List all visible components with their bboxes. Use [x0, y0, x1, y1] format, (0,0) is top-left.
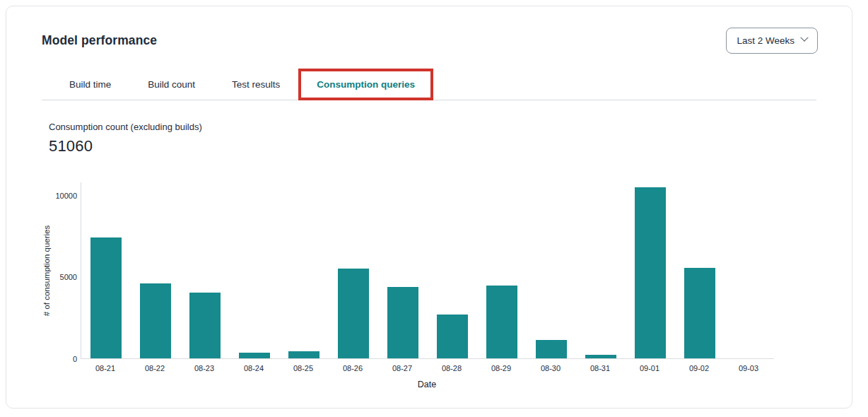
y-tick-label: 5000	[60, 273, 77, 281]
tab-bar: Build time Build count Test results Cons…	[42, 71, 816, 100]
x-tick-label: 08-23	[180, 364, 229, 372]
x-axis-ticks: 08-2108-2208-2308-2408-2508-2608-2708-28…	[81, 364, 773, 372]
model-performance-card: Model performance Last 2 Weeks Build tim…	[6, 6, 852, 409]
metric-label: Consumption count (excluding builds)	[49, 122, 852, 132]
x-tick-label: 08-26	[328, 364, 377, 372]
tab-build-count[interactable]: Build count	[129, 71, 213, 100]
bar-slot	[81, 182, 131, 358]
x-tick-label: 08-24	[229, 364, 278, 372]
y-tick-label: 10000	[55, 192, 77, 200]
tab-label: Build count	[148, 79, 195, 90]
x-tick-label: 08-25	[278, 364, 328, 372]
bar-slot	[477, 182, 527, 358]
bar-08-23[interactable]	[189, 293, 221, 358]
bar-slot	[230, 182, 279, 358]
bar-slot	[180, 182, 230, 358]
date-range-dropdown[interactable]: Last 2 Weeks	[726, 28, 818, 54]
x-tick-label: 08-22	[130, 364, 180, 372]
bar-slot	[527, 182, 576, 358]
bar-08-27[interactable]	[387, 287, 418, 358]
x-tick-label: 09-01	[625, 364, 674, 372]
bar-09-02[interactable]	[684, 268, 715, 358]
tab-label: Test results	[232, 79, 280, 90]
bar-slot	[576, 182, 626, 358]
bar-slot	[378, 182, 428, 358]
bar-08-24[interactable]	[239, 353, 270, 358]
x-tick-label: 08-27	[377, 364, 427, 372]
bar-08-30[interactable]	[536, 340, 567, 358]
metric-value: 51060	[49, 137, 852, 155]
bar-slot	[725, 182, 774, 358]
bar-slot	[329, 182, 378, 358]
y-tick-label: 0	[73, 355, 77, 363]
chevron-down-icon	[800, 34, 808, 42]
x-tick-label: 08-21	[81, 364, 130, 372]
x-axis-title: Date	[81, 380, 773, 389]
bar-08-28[interactable]	[437, 315, 468, 358]
x-tick-label: 08-31	[575, 364, 625, 372]
y-axis-ticks: 0500010000	[6, 182, 77, 359]
bar-08-22[interactable]	[140, 283, 171, 358]
bar-08-26[interactable]	[338, 269, 369, 358]
bar-slot	[131, 182, 180, 358]
tab-consumption-queries[interactable]: Consumption queries	[298, 71, 433, 100]
bar-slot	[428, 182, 477, 358]
bar-slot	[626, 182, 675, 358]
bars-row	[81, 182, 774, 358]
bar-08-25[interactable]	[288, 351, 319, 358]
bar-08-21[interactable]	[90, 237, 122, 358]
x-tick-label: 09-02	[674, 364, 724, 372]
tab-build-time[interactable]: Build time	[51, 71, 129, 100]
bar-08-29[interactable]	[486, 286, 517, 358]
page-title: Model performance	[42, 33, 157, 48]
plot-area	[81, 182, 774, 359]
bar-08-31[interactable]	[585, 355, 616, 358]
metric-block: Consumption count (excluding builds) 510…	[49, 122, 852, 155]
x-tick-label: 08-28	[427, 364, 476, 372]
tab-label: Consumption queries	[317, 79, 415, 90]
bar-slot	[279, 182, 329, 358]
x-tick-label: 08-30	[526, 364, 575, 372]
bar-09-01[interactable]	[635, 187, 666, 358]
consumption-queries-bar-chart: # of consumption queries 0500010000 08-2…	[6, 182, 852, 394]
x-tick-label: 09-03	[724, 364, 773, 372]
card-header: Model performance Last 2 Weeks	[6, 6, 852, 54]
tab-test-results[interactable]: Test results	[213, 71, 298, 100]
date-range-value: Last 2 Weeks	[737, 35, 794, 46]
x-tick-label: 08-29	[476, 364, 526, 372]
tab-label: Build time	[69, 79, 111, 90]
bar-slot	[675, 182, 725, 358]
